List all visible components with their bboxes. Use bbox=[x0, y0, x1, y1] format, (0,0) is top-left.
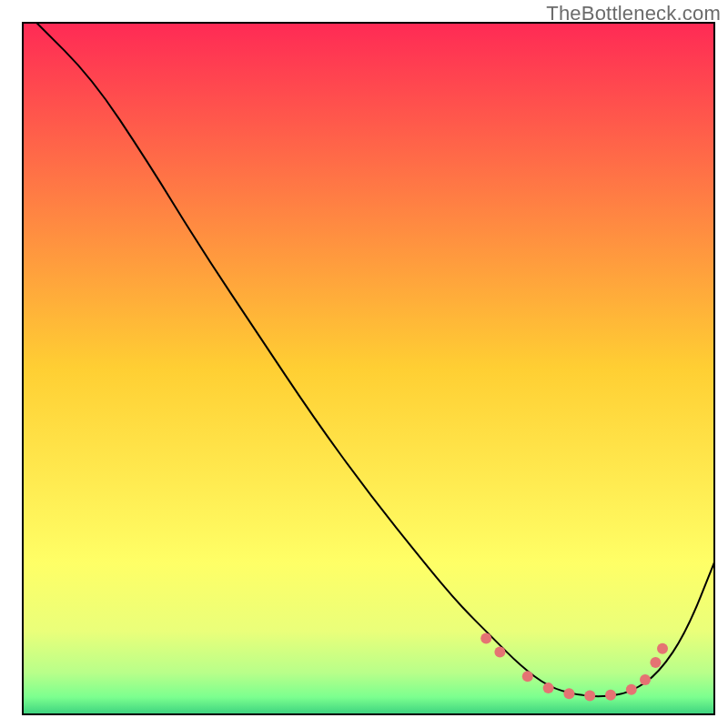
highlight-dot bbox=[605, 690, 616, 701]
highlight-dot bbox=[522, 671, 533, 682]
highlight-dot bbox=[563, 688, 574, 699]
highlight-dot bbox=[650, 657, 661, 668]
plot-background bbox=[23, 23, 714, 714]
highlight-dot bbox=[494, 647, 505, 658]
highlight-dot bbox=[543, 682, 554, 693]
watermark-text: TheBottleneck.com bbox=[546, 2, 721, 25]
bottleneck-chart: TheBottleneck.com bbox=[0, 0, 728, 728]
highlight-dot bbox=[640, 674, 651, 685]
highlight-dot bbox=[657, 643, 668, 654]
highlight-dot bbox=[626, 684, 637, 695]
highlight-dot bbox=[480, 632, 491, 643]
chart-svg bbox=[0, 0, 728, 728]
highlight-dot bbox=[584, 690, 595, 701]
